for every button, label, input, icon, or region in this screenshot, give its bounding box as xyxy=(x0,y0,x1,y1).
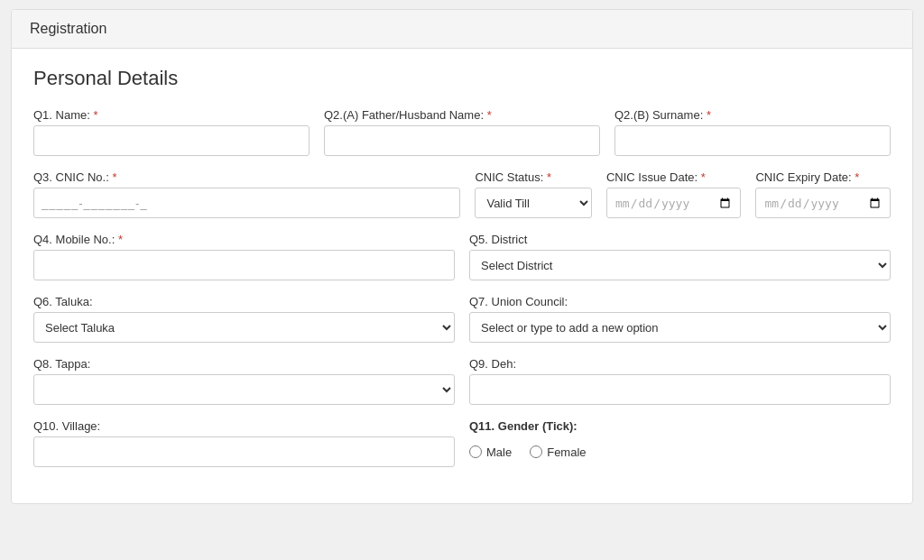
group-gender: Q11. Gender (Tick): Male Female xyxy=(469,419,891,467)
input-deh[interactable] xyxy=(469,374,891,405)
radio-female[interactable] xyxy=(530,445,542,458)
radio-option-male[interactable]: Male xyxy=(469,445,512,459)
radio-group-gender: Male Female xyxy=(469,436,891,467)
form-header: Registration xyxy=(12,10,912,49)
input-name[interactable] xyxy=(33,125,310,156)
header-title: Registration xyxy=(30,21,106,36)
row-taluka-uc: Q6. Taluka: Select Taluka Q7. Union Coun… xyxy=(33,295,891,343)
radio-option-female[interactable]: Female xyxy=(530,445,586,459)
row-tappa-deh: Q8. Tappa: Q9. Deh: xyxy=(33,357,891,405)
group-cnic: Q3. CNIC No.: * xyxy=(33,170,460,218)
group-mobile: Q4. Mobile No.: * xyxy=(33,233,455,280)
label-deh: Q9. Deh: xyxy=(469,357,891,371)
section-title: Personal Details xyxy=(33,67,891,90)
required-indicator: * xyxy=(112,170,116,184)
form-body: Personal Details Q1. Name: * Q2.(A) Fath… xyxy=(12,49,912,503)
label-father-name: Q2.(A) Father/Husband Name: * xyxy=(324,108,600,122)
input-village[interactable] xyxy=(33,436,455,467)
row-mobile-district: Q4. Mobile No.: * Q5. District Select Di… xyxy=(33,233,891,280)
label-surname: Q2.(B) Surname: * xyxy=(614,108,891,122)
input-cnic-issue[interactable] xyxy=(606,188,742,218)
row-names: Q1. Name: * Q2.(A) Father/Husband Name: … xyxy=(33,108,891,156)
row-cnic: Q3. CNIC No.: * CNIC Status: * Valid Til… xyxy=(33,170,891,218)
select-cnic-status[interactable]: Valid Till xyxy=(475,188,592,218)
select-taluka[interactable]: Select Taluka xyxy=(33,312,455,343)
required-indicator: * xyxy=(855,170,859,184)
required-indicator: * xyxy=(707,108,711,122)
main-container: Registration Personal Details Q1. Name: … xyxy=(11,9,913,504)
required-indicator: * xyxy=(93,108,97,122)
label-cnic-expiry: CNIC Expiry Date: * xyxy=(755,170,891,184)
select-union-council[interactable]: Select or type to add a new option xyxy=(469,312,891,343)
required-indicator: * xyxy=(487,108,492,122)
label-name: Q1. Name: * xyxy=(33,108,310,122)
input-cnic-expiry[interactable] xyxy=(755,188,891,218)
required-indicator: * xyxy=(701,170,706,184)
radio-male[interactable] xyxy=(469,445,482,458)
label-mobile: Q4. Mobile No.: * xyxy=(33,233,455,246)
group-taluka: Q6. Taluka: Select Taluka xyxy=(33,295,455,343)
label-cnic-issue: CNIC Issue Date: * xyxy=(606,170,742,184)
label-district: Q5. District xyxy=(469,233,891,246)
select-tappa[interactable] xyxy=(33,374,455,405)
group-district: Q5. District Select District xyxy=(469,233,891,280)
group-village: Q10. Village: xyxy=(33,419,455,467)
group-name: Q1. Name: * xyxy=(33,108,310,156)
group-cnic-expiry: CNIC Expiry Date: * xyxy=(755,170,891,218)
group-union-council: Q7. Union Council: Select or type to add… xyxy=(469,295,891,343)
label-village: Q10. Village: xyxy=(33,419,455,433)
row-village-gender: Q10. Village: Q11. Gender (Tick): Male F… xyxy=(33,419,891,467)
label-gender: Q11. Gender (Tick): xyxy=(469,419,891,433)
label-cnic: Q3. CNIC No.: * xyxy=(33,170,460,184)
group-deh: Q9. Deh: xyxy=(469,357,891,405)
label-cnic-status: CNIC Status: * xyxy=(475,170,592,184)
group-cnic-status: CNIC Status: * Valid Till xyxy=(475,170,592,218)
select-district[interactable]: Select District xyxy=(469,250,891,280)
group-tappa: Q8. Tappa: xyxy=(33,357,455,405)
input-cnic[interactable] xyxy=(33,188,460,218)
label-tappa: Q8. Tappa: xyxy=(33,357,455,371)
group-surname: Q2.(B) Surname: * xyxy=(614,108,891,156)
label-taluka: Q6. Taluka: xyxy=(33,295,455,308)
group-cnic-issue: CNIC Issue Date: * xyxy=(606,170,742,218)
input-father-name[interactable] xyxy=(324,125,600,156)
required-indicator: * xyxy=(118,233,123,246)
required-indicator: * xyxy=(547,170,551,184)
input-mobile[interactable] xyxy=(33,250,455,280)
group-father-name: Q2.(A) Father/Husband Name: * xyxy=(324,108,600,156)
label-union-council: Q7. Union Council: xyxy=(469,295,891,308)
input-surname[interactable] xyxy=(614,125,891,156)
